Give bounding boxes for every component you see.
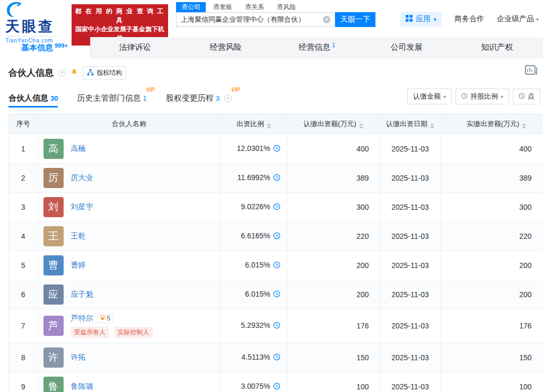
sort-icon[interactable]: [430, 123, 434, 129]
table-row: 1 高高楠 12.0301% 400 2025-11-03 400: [9, 134, 543, 163]
subtab-equity-change-history[interactable]: 股权变更历程3 VIP ?: [166, 93, 232, 103]
sort-icon[interactable]: [359, 123, 363, 129]
ratio-history-icon[interactable]: [273, 291, 281, 299]
nav-tab-label: 公司发展: [391, 42, 423, 52]
subtab-partners[interactable]: 合伙人信息30: [8, 93, 58, 103]
search-tab-relation[interactable]: 查关系: [240, 2, 269, 12]
partner-name-link[interactable]: 厉大业: [71, 173, 93, 183]
nav-tab-label: 法律诉讼: [119, 42, 151, 52]
avatar: 鲁: [43, 377, 64, 392]
nav-tab-label: 经营信息: [299, 42, 330, 52]
avatar: 刘: [43, 197, 64, 217]
partners-table-wrap: 序号 合伙人名称 出资比例 认缴出资额(万元) 认缴出资日期 实缴出资额(万元)…: [8, 113, 543, 392]
paid-amount: 389: [441, 163, 543, 192]
sort-icon[interactable]: [522, 123, 526, 129]
nav-tab-label: 知识产权: [481, 42, 513, 52]
help-icon[interactable]: ?: [58, 69, 66, 77]
partners-section-header: 合伙人信息 ? 股权结构: [8, 66, 535, 79]
subtab-count: 1: [143, 94, 146, 102]
subscribe-date: 2025-11-03: [380, 343, 441, 372]
table-row: 5 曹曹婷 6.015% 200 2025-11-03 200: [9, 251, 543, 280]
report-icon[interactable]: [525, 65, 539, 79]
table-row: 4 王王乾 6.6165% 220 2025-11-03 220: [9, 221, 543, 251]
ratio-history-icon[interactable]: [273, 233, 281, 241]
partner-name-link[interactable]: 曹婷: [71, 261, 86, 270]
avatar: 高: [43, 139, 64, 159]
nav-tab-company-development[interactable]: 公司发展: [362, 37, 453, 58]
subscribed-amount: 150: [287, 343, 380, 372]
paid-amount: 220: [441, 221, 543, 251]
col-header-date[interactable]: 认缴出资日期: [380, 114, 441, 134]
ratio-history-icon[interactable]: [273, 354, 281, 362]
partner-name-link[interactable]: 王乾: [71, 231, 86, 241]
nav-tab-label: 经营风险: [209, 42, 241, 52]
clear-search-icon[interactable]: ✕: [323, 16, 330, 23]
subtab-label: 合伙人信息: [8, 93, 48, 102]
col-header-ratio[interactable]: 出资比例: [221, 114, 287, 134]
paid-amount: 176: [441, 309, 543, 343]
search-tab-risk[interactable]: 查风险: [272, 2, 301, 12]
search-input[interactable]: [181, 16, 323, 24]
shareholding-ratio-filter[interactable]: 持股比例 ▾: [456, 88, 509, 104]
subscribed-amount-filter[interactable]: 认缴金额 ▾: [407, 88, 452, 104]
table-row: 3 刘刘星宇 9.0226% 300 2025-11-03 300: [9, 192, 543, 221]
bell-icon[interactable]: [71, 68, 78, 78]
ratio-history-icon[interactable]: [273, 262, 281, 270]
nav-tab-operating-info[interactable]: 经营信息1: [272, 37, 362, 58]
ratio-history-icon[interactable]: [273, 203, 281, 212]
ratio-value: 5.2932%: [241, 321, 270, 329]
ratio-history-icon[interactable]: [273, 322, 281, 331]
avatar: 应: [43, 284, 64, 305]
row-index: 8: [9, 343, 38, 372]
business-cooperation-label: 商务合作: [454, 14, 484, 24]
apps-menu[interactable]: 应用 ▾: [400, 12, 442, 26]
subscribed-amount: 100: [287, 372, 380, 392]
search-tab-company[interactable]: 查公司: [176, 2, 206, 12]
table-header-row: 序号 合伙人名称 出资比例 认缴出资额(万元) 认缴出资日期 实缴出资额(万元): [9, 114, 543, 134]
table-row: 9 鲁鲁陈璐 3.0075% 100 2025-11-03 100: [9, 372, 543, 392]
enterprise-products-menu[interactable]: 企业级产品 ▾: [497, 14, 539, 24]
nav-tab-intellectual-property[interactable]: 知识产权: [452, 37, 543, 58]
partner-name-link[interactable]: 高楠: [71, 144, 86, 154]
ratio-value: 3.0075%: [241, 382, 270, 390]
ratio-history-icon[interactable]: [273, 174, 281, 183]
nav-tab-operating-risk[interactable]: 经营风险: [181, 37, 272, 58]
chevron-down-icon: ▾: [434, 16, 436, 22]
subtab-label: 股权变更历程: [166, 93, 214, 102]
subtab-count: 3: [216, 94, 220, 102]
tag-beneficial-owner[interactable]: 受益所有人: [71, 327, 109, 338]
row-index: 5: [9, 251, 38, 280]
filter-label: 持股比例: [470, 92, 498, 101]
table-row: 2 厉厉大业 11.6992% 389 2025-11-03 389: [9, 163, 543, 192]
col-header-label: 认缴出资额(万元): [303, 120, 356, 128]
top-menu: 应用 ▾ 商务合作 企业级产品 ▾: [400, 12, 539, 26]
subscribe-date: 2025-11-03: [380, 280, 441, 309]
ratio-history-icon[interactable]: [273, 145, 281, 154]
partner-name-link[interactable]: 芦特尔: [71, 314, 93, 323]
table-row: 7 芦 芦特尔 5 受益所有人 实际控: [9, 309, 543, 343]
equity-structure-label: 股权结构: [97, 68, 122, 77]
partner-name-link[interactable]: 刘星宇: [71, 202, 93, 212]
search-button[interactable]: 天眼一下: [335, 12, 375, 27]
nav-tab-legal[interactable]: 法律诉讼: [91, 37, 181, 58]
partner-name-link[interactable]: 应子魁: [71, 290, 93, 299]
equity-structure-button[interactable]: 股权结构: [83, 66, 126, 79]
col-header-paid[interactable]: 实缴出资额(万元): [441, 114, 543, 134]
search-tab-boss[interactable]: 查老板: [208, 2, 238, 12]
sort-icon[interactable]: [267, 123, 271, 129]
subtab-label: 历史主管部门信息: [77, 93, 141, 102]
col-header-label: 实缴出资额(万元): [467, 120, 520, 128]
nav-tab-basic-info[interactable]: 基本信息999+: [21, 43, 68, 53]
subscribed-amount: 200: [287, 280, 380, 309]
business-cooperation-link[interactable]: 商务合作: [454, 14, 484, 24]
help-icon[interactable]: ?: [224, 95, 232, 102]
partner-name-link[interactable]: 许拓: [71, 353, 86, 362]
more-filter-cut[interactable]: 点: [513, 88, 540, 104]
subtab-history-authority[interactable]: 历史主管部门信息1 VIP: [77, 93, 146, 103]
relation-badge[interactable]: 5: [97, 314, 113, 323]
partners-table: 序号 合伙人名称 出资比例 认缴出资额(万元) 认缴出资日期 实缴出资额(万元)…: [9, 114, 543, 392]
partner-name-link[interactable]: 鲁陈璐: [71, 382, 93, 391]
col-header-subscribed[interactable]: 认缴出资额(万元): [287, 114, 380, 134]
tag-actual-controller[interactable]: 实际控制人: [115, 327, 153, 338]
ratio-history-icon[interactable]: [273, 383, 281, 391]
